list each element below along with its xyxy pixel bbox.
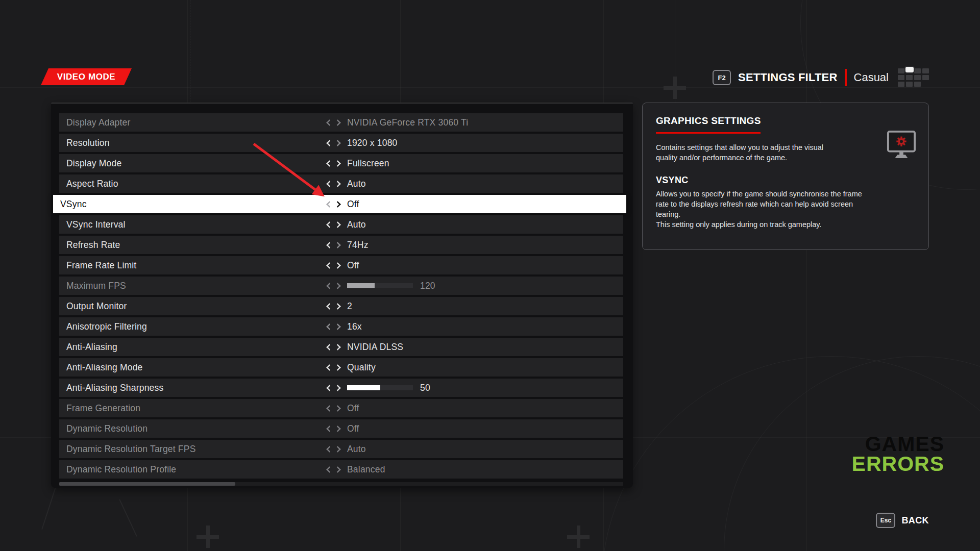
setting-row-anisotropic-filtering[interactable]: Anisotropic Filtering16x [59,317,623,336]
setting-row-dynamic-resolution[interactable]: Dynamic ResolutionOff [59,419,623,438]
setting-row-anti-aliasing-mode[interactable]: Anti-Aliasing ModeQuality [59,358,623,377]
f2-key-label: F2 [718,74,725,82]
info-panel: GRAPHICS SETTINGS Contains settings that… [642,103,929,250]
setting-row-resolution[interactable]: Resolution1920 x 1080 [59,134,623,152]
increase-chevron-icon[interactable] [334,466,340,472]
setting-label: Anti-Aliasing [59,342,117,353]
slider-fill [347,283,375,288]
setting-value: Off [347,423,359,434]
decrease-chevron-icon[interactable] [326,364,332,370]
decrease-chevron-icon[interactable] [326,466,332,472]
settings-filter-value: Casual [854,71,889,84]
setting-value-control: Off [327,195,359,213]
setting-value-control: Off [327,419,359,438]
setting-label: Anti-Aliasing Sharpness [59,383,163,393]
setting-row-frame-rate-limit[interactable]: Frame Rate LimitOff [59,256,623,274]
setting-row-dynamic-resolution-target-fps[interactable]: Dynamic Resolution Target FPSAuto [59,440,623,458]
watermark-line1: GAMES [852,434,944,454]
setting-value: 16x [347,321,362,332]
increase-chevron-icon[interactable] [334,201,340,207]
decrease-chevron-icon[interactable] [326,283,332,289]
increase-chevron-icon[interactable] [334,303,340,309]
settings-filter-control[interactable]: F2 SETTINGS FILTER Casual [713,67,929,88]
setting-value-control: Fullscreen [327,154,389,172]
setting-row-output-monitor[interactable]: Output Monitor2 [59,297,623,315]
increase-chevron-icon[interactable] [334,140,340,146]
setting-row-display-adapter[interactable]: Display AdapterNVIDIA GeForce RTX 3060 T… [59,113,623,132]
decrease-chevron-icon[interactable] [326,119,332,126]
setting-value: 2 [347,301,352,312]
setting-label: Anti-Aliasing Mode [59,362,143,373]
increase-chevron-icon[interactable] [334,364,340,370]
decrease-chevron-icon[interactable] [326,160,332,166]
setting-value: Quality [347,362,376,373]
decrease-chevron-icon[interactable] [326,242,332,248]
setting-row-anti-aliasing-sharpness[interactable]: Anti-Aliasing Sharpness50 [59,379,623,397]
decrease-chevron-icon[interactable] [326,385,332,391]
increase-chevron-icon[interactable] [334,242,340,248]
setting-label: Dynamic Resolution Target FPS [59,444,196,455]
increase-chevron-icon[interactable] [334,119,340,126]
slider-track[interactable] [347,385,413,390]
setting-value: Auto [347,179,366,189]
increase-chevron-icon[interactable] [334,425,340,432]
setting-row-vsync[interactable]: VSyncOff [53,195,626,213]
slider-value: 120 [420,281,435,291]
info-panel-title: GRAPHICS SETTINGS [656,115,915,127]
decrease-chevron-icon[interactable] [326,344,332,350]
back-button[interactable]: Esc BACK [876,513,929,528]
info-section-title: VSYNC [656,175,915,186]
setting-row-vsync-interval[interactable]: VSync IntervalAuto [59,215,623,234]
back-label: BACK [901,515,929,526]
setting-value-control: 50 [327,379,430,397]
increase-chevron-icon[interactable] [334,446,340,452]
setting-row-display-mode[interactable]: Display ModeFullscreen [59,154,623,172]
list-scroll-indicator[interactable] [59,482,235,486]
setting-value-control: NVIDIA GeForce RTX 3060 Ti [327,113,468,132]
setting-value: Fullscreen [347,158,389,169]
decrease-chevron-icon[interactable] [326,425,332,432]
slider-track[interactable] [347,283,413,288]
increase-chevron-icon[interactable] [334,262,340,268]
info-section-text: This setting only applies during on trac… [656,219,875,230]
setting-label: Dynamic Resolution Profile [59,464,176,475]
setting-label: Frame Rate Limit [59,260,136,271]
setting-value-control: Auto [327,174,366,193]
increase-chevron-icon[interactable] [334,323,340,330]
setting-value: NVIDIA DLSS [347,342,403,353]
settings-list: Display AdapterNVIDIA GeForce RTX 3060 T… [59,113,623,481]
decrease-chevron-icon[interactable] [326,221,332,228]
bg-gridline-dashed [190,0,191,107]
setting-row-dynamic-resolution-profile[interactable]: Dynamic Resolution ProfileBalanced [59,460,623,479]
setting-row-aspect-ratio[interactable]: Aspect RatioAuto [59,174,623,193]
decrease-chevron-icon[interactable] [326,181,332,187]
info-title-underline [656,132,761,134]
increase-chevron-icon[interactable] [334,405,340,411]
setting-label: Refresh Rate [59,240,120,251]
setting-value-control: 120 [327,277,435,295]
setting-row-refresh-rate[interactable]: Refresh Rate74Hz [59,236,623,254]
setting-value-control: NVIDIA DLSS [327,338,403,356]
setting-label: Anisotropic Filtering [59,321,147,332]
decrease-chevron-icon[interactable] [326,201,332,207]
info-section-text: Allows you to specify if the game should… [656,189,875,219]
increase-chevron-icon[interactable] [334,160,340,166]
slider-value: 50 [420,383,430,393]
decrease-chevron-icon[interactable] [326,303,332,309]
decrease-chevron-icon[interactable] [326,262,332,268]
decrease-chevron-icon[interactable] [326,140,332,146]
decrease-chevron-icon[interactable] [326,323,332,330]
video-settings-panel: Display AdapterNVIDIA GeForce RTX 3060 T… [51,103,633,488]
increase-chevron-icon[interactable] [334,181,340,187]
setting-row-anti-aliasing[interactable]: Anti-AliasingNVIDIA DLSS [59,338,623,356]
increase-chevron-icon[interactable] [334,283,340,289]
increase-chevron-icon[interactable] [334,385,340,391]
setting-value: Off [347,199,359,210]
setting-row-maximum-fps[interactable]: Maximum FPS120 [59,277,623,295]
setting-row-frame-generation[interactable]: Frame GenerationOff [59,399,623,417]
increase-chevron-icon[interactable] [334,221,340,228]
increase-chevron-icon[interactable] [334,344,340,350]
decrease-chevron-icon[interactable] [326,446,332,452]
decrease-chevron-icon[interactable] [326,405,332,411]
setting-value-control: Balanced [327,460,385,479]
